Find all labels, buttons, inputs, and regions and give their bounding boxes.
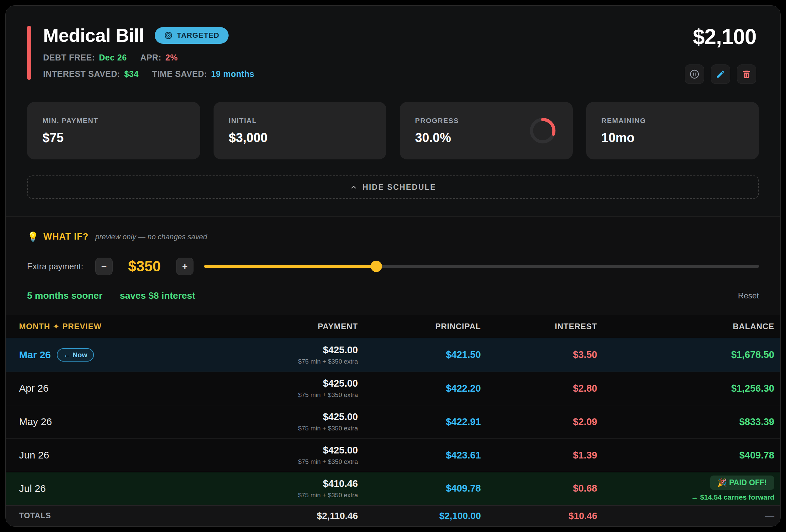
what-if-title: WHAT IF?	[43, 232, 89, 242]
table-row[interactable]: Jun 26 $425.00 $75 min + $350 extra $423…	[6, 438, 780, 472]
row-interest: $3.50	[481, 349, 597, 360]
row-payment: $425.00	[323, 411, 358, 422]
column-header-interest: INTEREST	[481, 322, 597, 331]
time-saved-value: 19 months	[211, 69, 255, 79]
row-principal: $422.91	[358, 416, 481, 427]
table-body: Mar 26 ← Now $425.00 $75 min + $350 extr…	[6, 338, 780, 505]
row-balance: $1,256.30	[597, 383, 774, 394]
row-payment-note: $75 min + $350 extra	[298, 491, 358, 499]
edit-button[interactable]	[711, 65, 730, 84]
targeted-badge: TARGETED	[155, 27, 229, 44]
row-balance: $1,678.50	[597, 349, 774, 360]
row-month: May 26	[19, 416, 52, 427]
reset-button[interactable]: Reset	[738, 291, 759, 300]
meta-line-1: DEBT FREE: Dec 26 APR: 2%	[43, 53, 254, 63]
table-row[interactable]: Mar 26 ← Now $425.00 $75 min + $350 extr…	[6, 338, 780, 372]
targeted-badge-label: TARGETED	[177, 31, 219, 40]
stat-card-min-payment: MIN. PAYMENT $75	[27, 102, 200, 159]
page-title: Medical Bill	[43, 24, 144, 46]
stat-value: 10mo	[602, 131, 646, 145]
hide-schedule-toggle[interactable]: HIDE SCHEDULE	[27, 176, 759, 199]
row-payment-note: $75 min + $350 extra	[298, 391, 358, 399]
row-balance: $833.39	[597, 416, 774, 427]
row-interest: $2.09	[481, 416, 597, 427]
apr-label: APR:	[140, 53, 161, 63]
delete-button[interactable]	[737, 65, 756, 84]
row-payment-note: $75 min + $350 extra	[298, 425, 358, 432]
stat-label: MIN. PAYMENT	[42, 117, 98, 125]
row-principal: $422.20	[358, 383, 481, 394]
pause-button[interactable]	[685, 65, 704, 84]
row-principal: $409.78	[358, 483, 481, 494]
stat-card-progress: PROGRESS 30.0%	[400, 102, 573, 159]
row-principal: $421.50	[358, 349, 481, 360]
header: Medical Bill TARGETED DEBT FREE	[6, 6, 780, 84]
stat-card-remaining: REMAINING 10mo	[586, 102, 759, 159]
stat-label: REMAINING	[602, 117, 646, 125]
table-row[interactable]: May 26 $425.00 $75 min + $350 extra $422…	[6, 405, 780, 438]
row-payment-note: $75 min + $350 extra	[298, 358, 358, 365]
stat-value: $3,000	[229, 131, 268, 145]
stat-value: $75	[42, 131, 98, 145]
totals-row: TOTALS $2,110.46 $2,100.00 $10.46 —	[6, 505, 780, 526]
column-header-principal: PRINCIPAL	[358, 322, 481, 331]
row-month: Mar 26	[19, 349, 51, 361]
carry-forward-note: → $14.54 carries forward	[691, 493, 774, 501]
row-payment: $425.00	[323, 345, 358, 355]
row-month: Jul 26	[19, 483, 46, 494]
months-sooner-text: 5 months sooner	[27, 291, 102, 301]
table-row[interactable]: Apr 26 $425.00 $75 min + $350 extra $422…	[6, 372, 780, 405]
progress-ring	[528, 116, 557, 145]
debt-free-label: DEBT FREE:	[43, 53, 95, 63]
time-saved-label: TIME SAVED:	[152, 69, 207, 79]
row-month: Jun 26	[19, 449, 49, 461]
extra-payment-label: Extra payment:	[27, 262, 83, 271]
increase-extra-button[interactable]: +	[176, 258, 193, 275]
row-balance: $409.78	[597, 450, 774, 461]
paid-off-badge: 🎉 PAID OFF!	[710, 476, 774, 490]
interest-savings-text: saves $8 interest	[120, 291, 195, 301]
debt-amount: $2,100	[693, 24, 756, 49]
debt-detail-panel: Medical Bill TARGETED DEBT FREE	[5, 5, 781, 527]
stat-label: INITIAL	[229, 117, 268, 125]
row-principal: $423.61	[358, 450, 481, 461]
stats-row: MIN. PAYMENT $75 INITIAL $3,000 PROGRESS…	[27, 102, 759, 159]
row-payment: $425.00	[323, 378, 358, 389]
column-header-month: MONTH ✦ PREVIEW	[19, 322, 153, 331]
interest-saved-value: $34	[124, 69, 139, 79]
decrease-extra-button[interactable]: −	[95, 258, 113, 275]
slider-thumb[interactable]	[371, 261, 382, 272]
totals-payment: $2,110.46	[153, 511, 358, 521]
what-if-section: 💡 WHAT IF? preview only — no changes sav…	[6, 216, 780, 315]
slider-fill	[204, 265, 376, 268]
extra-payment-slider[interactable]	[204, 260, 759, 272]
totals-label: TOTALS	[19, 511, 153, 520]
meta-line-2: INTEREST SAVED: $34 TIME SAVED: 19 month…	[43, 69, 254, 79]
accent-bar	[27, 26, 31, 80]
totals-principal: $2,100.00	[358, 511, 481, 521]
interest-saved-label: INTEREST SAVED:	[43, 69, 120, 79]
row-payment: $425.00	[323, 445, 358, 456]
totals-balance: —	[597, 511, 774, 521]
totals-interest: $10.46	[481, 511, 597, 521]
row-payment: $410.46	[323, 478, 358, 489]
column-header-payment: PAYMENT	[153, 322, 358, 331]
stat-card-initial: INITIAL $3,000	[213, 102, 387, 159]
edit-pencil-icon	[716, 70, 725, 79]
extra-payment-value: $350	[113, 258, 176, 275]
now-badge: ← Now	[57, 348, 94, 362]
row-payment-note: $75 min + $350 extra	[298, 458, 358, 465]
row-interest: $2.80	[481, 383, 597, 394]
row-interest: $1.39	[481, 450, 597, 461]
table-row-paid-off[interactable]: Jul 26 $410.46 $75 min + $350 extra $409…	[6, 472, 780, 505]
lightbulb-icon: 💡	[27, 231, 39, 242]
apr-value: 2%	[165, 53, 178, 63]
what-if-subtitle: preview only — no changes saved	[95, 233, 207, 241]
stat-label: PROGRESS	[415, 117, 459, 125]
schedule-table: MONTH ✦ PREVIEW PAYMENT PRINCIPAL INTERE…	[6, 315, 780, 526]
table-header: MONTH ✦ PREVIEW PAYMENT PRINCIPAL INTERE…	[6, 315, 780, 338]
column-header-balance: BALANCE	[597, 322, 774, 331]
debt-free-value: Dec 26	[99, 53, 127, 63]
chevron-up-icon	[350, 183, 357, 191]
pause-icon	[689, 69, 700, 79]
